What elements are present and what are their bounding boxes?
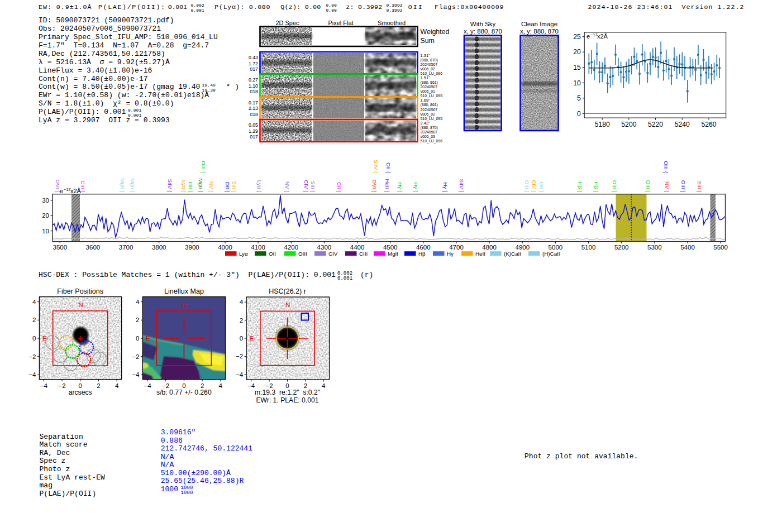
svg-text:v006_01: v006_01 bbox=[421, 89, 436, 94]
svg-text:19.40: 19.40 bbox=[202, 83, 216, 88]
svg-text:3600: 3600 bbox=[86, 244, 101, 251]
svg-text:OII {: OII { bbox=[188, 181, 194, 193]
svg-text:MgII {: MgII { bbox=[198, 178, 204, 193]
svg-text:SiIV {: SiIV { bbox=[167, 179, 173, 193]
svg-text:510_LU_096: 510_LU_096 bbox=[421, 139, 443, 143]
svg-text:10: 10 bbox=[573, 79, 581, 87]
svg-text:3800: 3800 bbox=[152, 244, 166, 251]
svg-text:2: 2 bbox=[240, 317, 243, 324]
svg-text:0: 0 bbox=[136, 335, 139, 342]
svg-text:−17: −17 bbox=[64, 187, 71, 192]
svg-text:Separation: Separation bbox=[40, 433, 83, 441]
svg-text:EW: 0.9±1.0Å: EW: 0.9±1.0Å bbox=[39, 3, 92, 11]
svg-text:4800: 4800 bbox=[482, 244, 497, 251]
svg-text:OII: OII bbox=[269, 251, 276, 257]
svg-text:20240507: 20240507 bbox=[421, 85, 438, 89]
svg-text:Smoothed: Smoothed bbox=[378, 20, 406, 26]
svg-text:018: 018 bbox=[250, 89, 258, 94]
svg-text:0.002: 0.002 bbox=[190, 3, 204, 8]
svg-text:N/A: N/A bbox=[161, 461, 174, 469]
svg-text:(K)CaII: (K)CaII bbox=[504, 251, 521, 257]
svg-text:0.001: 0.001 bbox=[128, 108, 141, 113]
svg-text:10: 10 bbox=[42, 228, 49, 234]
svg-text:CIII: CIII bbox=[359, 251, 368, 257]
svg-text:−4: −4 bbox=[144, 382, 151, 389]
svg-text:Cont(n) = 7.40(±0.00)e-17: Cont(n) = 7.40(±0.00)e-17 bbox=[39, 75, 148, 83]
svg-text:Hγ {: Hγ { bbox=[397, 183, 403, 193]
svg-text:N: N bbox=[182, 301, 187, 308]
svg-text:CIII {: CIII { bbox=[80, 180, 86, 193]
svg-text:4700: 4700 bbox=[449, 244, 464, 251]
svg-text:LyA z = 3.2907 OII z = 0.3993: LyA z = 3.2907 OII z = 0.3993 bbox=[39, 116, 170, 124]
svg-text:4300: 4300 bbox=[317, 244, 332, 251]
svg-text:v006_02: v006_02 bbox=[421, 112, 436, 117]
svg-text:HeII {: HeII { bbox=[384, 179, 390, 193]
svg-text:EWr: 1. PLAE: 0.001: EWr: 1. PLAE: 0.001 bbox=[256, 396, 318, 404]
svg-text:OVI {: OVI { bbox=[371, 180, 378, 193]
svg-text:HSC-DEX : Possible Matches = 1: HSC-DEX : Possible Matches = 1 (within +… bbox=[39, 271, 336, 279]
svg-text:0: 0 bbox=[32, 335, 36, 342]
svg-text:−4: −4 bbox=[132, 371, 140, 378]
svg-text:−4: −4 bbox=[40, 382, 48, 389]
svg-text:1000: 1000 bbox=[181, 490, 193, 496]
svg-text:0: 0 bbox=[577, 110, 581, 118]
svg-text:SiIV {: SiIV { bbox=[373, 160, 379, 174]
svg-text:MgII {: MgII { bbox=[130, 178, 136, 193]
svg-text:With Sky: With Sky bbox=[470, 21, 496, 27]
svg-text:2: 2 bbox=[97, 382, 100, 389]
svg-text:S/N = 1.8(±1.0) χ² = 0.8(±0.0: S/N = 1.8(±1.0) χ² = 0.8(±0.0) bbox=[39, 99, 174, 108]
svg-text:4400: 4400 bbox=[350, 244, 365, 251]
svg-text:e: e bbox=[586, 33, 590, 40]
svg-text:2: 2 bbox=[136, 317, 139, 323]
svg-text:Primary Spec_Slot_IFU_AMP: 510: Primary Spec_Slot_IFU_AMP: 510_096_014_L… bbox=[39, 33, 218, 41]
svg-text:2D Spec: 2D Spec bbox=[275, 20, 299, 26]
svg-text:20240507: 20240507 bbox=[421, 108, 438, 112]
svg-text:x, y: 880, 870: x, y: 880, 870 bbox=[464, 28, 502, 35]
svg-text:OII: OII bbox=[408, 3, 422, 11]
svg-text:NV {: NV { bbox=[208, 181, 214, 193]
svg-text:Hγ {: Hγ { bbox=[413, 183, 419, 193]
svg-text:−4: −4 bbox=[236, 371, 244, 378]
svg-text:SiII {: SiII { bbox=[231, 181, 237, 193]
svg-text:0.3992: 0.3992 bbox=[386, 3, 402, 8]
svg-text:4600: 4600 bbox=[416, 244, 431, 251]
svg-text:v006_02: v006_02 bbox=[421, 67, 436, 71]
svg-text:20: 20 bbox=[573, 48, 581, 56]
svg-text:4: 4 bbox=[136, 299, 140, 305]
svg-text:MgII: MgII bbox=[388, 251, 398, 257]
svg-text:mag: mag bbox=[40, 481, 53, 490]
svg-text:212.742746, 50.122441: 212.742746, 50.122441 bbox=[161, 444, 252, 453]
svg-text:1.72: 1.72 bbox=[249, 61, 258, 66]
svg-text:2024-10-26 23:46:01 Version 1: 2024-10-26 23:46:01 Version 1.22.2 bbox=[588, 3, 744, 11]
svg-text:−2: −2 bbox=[236, 353, 243, 360]
svg-text:5180: 5180 bbox=[595, 121, 610, 128]
svg-text:λ = 5216.13Å σ = 9.92(±5.27)Å: λ = 5216.13Å σ = 9.92(±5.27)Å bbox=[39, 58, 170, 66]
svg-text:0: 0 bbox=[240, 335, 243, 342]
svg-text:P(LAE)/P(OII): 0.001: P(LAE)/P(OII): 0.001 bbox=[39, 108, 126, 116]
svg-text:4900: 4900 bbox=[516, 244, 530, 251]
svg-text:0.001: 0.001 bbox=[168, 3, 187, 11]
svg-text:25.65(25.46,25.88)R: 25.65(25.46,25.88)R bbox=[161, 477, 244, 485]
svg-text:3900: 3900 bbox=[185, 244, 199, 251]
svg-text:(880, 861): (880, 861) bbox=[421, 80, 438, 85]
svg-text:MgII {: MgII { bbox=[120, 178, 126, 193]
svg-text:OII {: OII { bbox=[538, 181, 545, 193]
svg-text:3700: 3700 bbox=[119, 244, 133, 251]
svg-text:s/b: 0.77 +/- 0.260: s/b: 0.77 +/- 0.260 bbox=[156, 389, 212, 396]
svg-text:4100: 4100 bbox=[251, 244, 265, 251]
svg-text:OIII {: OIII { bbox=[201, 161, 207, 174]
svg-text:NV {: NV { bbox=[284, 181, 290, 193]
svg-text:5220: 5220 bbox=[648, 121, 663, 128]
svg-text:Spec z: Spec z bbox=[40, 457, 66, 465]
svg-text:Pixel Flat: Pixel Flat bbox=[328, 20, 353, 26]
svg-text:0.17: 0.17 bbox=[249, 100, 258, 106]
svg-text:LineFlux = 3.40(±1.80)e-16: LineFlux = 3.40(±1.80)e-16 bbox=[39, 66, 152, 75]
svg-text:RA,Dec (212.743561,50.121758): RA,Dec (212.743561,50.121758) bbox=[39, 50, 165, 58]
svg-text:E: E bbox=[42, 335, 47, 342]
svg-text:(880, 870): (880, 870) bbox=[421, 126, 438, 130]
svg-text:017: 017 bbox=[250, 134, 258, 140]
svg-text:z: 0.3992: z: 0.3992 bbox=[346, 3, 382, 11]
svg-text:OIII {: OIII { bbox=[663, 161, 669, 174]
svg-text:19.39: 19.39 bbox=[202, 88, 216, 93]
svg-text:v006_03: v006_03 bbox=[421, 135, 436, 139]
